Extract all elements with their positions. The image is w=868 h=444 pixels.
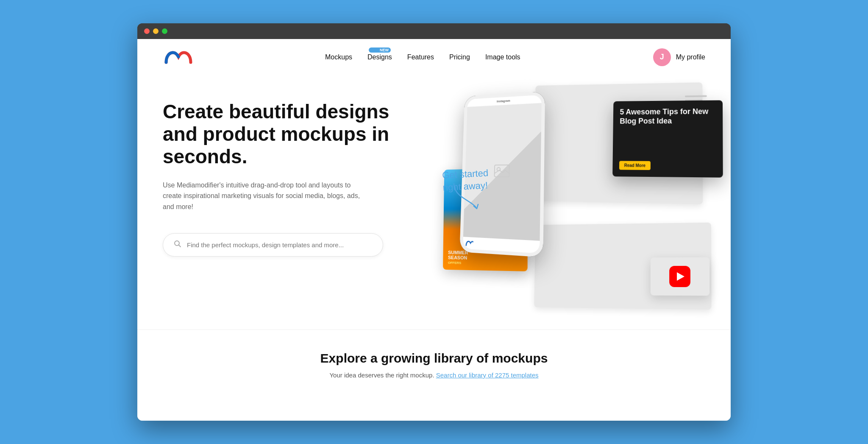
youtube-play-button[interactable] <box>669 266 690 287</box>
page: Mockups NEW Designs Features Pricing <box>137 39 731 421</box>
nav-links: Mockups NEW Designs Features Pricing <box>325 53 520 61</box>
browser-toolbar <box>137 23 731 39</box>
hero-subtitle: Use Mediamodifier's intuitive drag-and-d… <box>163 180 366 212</box>
nav-item-features[interactable]: Features <box>407 53 434 61</box>
nav-link-image-tools[interactable]: Image tools <box>485 53 520 61</box>
youtube-card <box>651 257 709 296</box>
blog-card: 5 Awesome Tips for New Blog Post Idea Re… <box>612 100 723 177</box>
get-started-callout: Get started right away! <box>442 168 489 193</box>
traffic-light-minimize[interactable] <box>153 28 159 34</box>
traffic-light-close[interactable] <box>144 28 150 34</box>
phone-logo-icon <box>465 240 473 247</box>
nav-link-features[interactable]: Features <box>407 53 434 61</box>
search-bar[interactable] <box>163 233 383 257</box>
summer-text-block: SUMMERSEASON OFFERS <box>448 250 468 265</box>
bottom-title: Explore a growing library of mockups <box>163 351 705 366</box>
hero-left: Create beautiful designs and product moc… <box>163 92 434 304</box>
nav-item-pricing[interactable]: Pricing <box>449 53 470 61</box>
bottom-section: Explore a growing library of mockups You… <box>137 330 731 396</box>
nav-link-mockups[interactable]: Mockups <box>325 53 352 61</box>
blog-card-button[interactable]: Read More <box>619 161 651 170</box>
search-icon <box>173 240 182 250</box>
template-search-link[interactable]: Search our library of 2275 templates <box>436 371 539 379</box>
svg-line-1 <box>179 245 181 247</box>
play-triangle <box>677 272 684 281</box>
traffic-light-maximize[interactable] <box>162 28 167 34</box>
nav-item-designs[interactable]: NEW Designs <box>367 53 392 61</box>
nav-link-designs[interactable]: Designs <box>367 53 392 61</box>
nav-item-image-tools[interactable]: Image tools <box>485 53 520 61</box>
summer-offers-text: OFFERS <box>448 261 468 265</box>
bottom-subtitle: Your idea deserves the right mockup. Sea… <box>163 371 705 379</box>
get-started-arrow <box>451 184 484 209</box>
nav-item-mockups[interactable]: Mockups <box>325 53 352 61</box>
browser-window: Mockups NEW Designs Features Pricing <box>137 23 731 421</box>
summer-title-text: SUMMERSEASON <box>448 250 468 260</box>
profile-name: My profile <box>676 53 705 61</box>
hero-right: Get started right away! <box>434 92 705 304</box>
navbar: Mockups NEW Designs Features Pricing <box>137 39 731 75</box>
new-dot <box>375 49 377 51</box>
svg-rect-2 <box>494 165 509 177</box>
profile-area[interactable]: J My profile <box>653 48 705 66</box>
hero-section: Create beautiful designs and product moc… <box>137 75 731 330</box>
hero-title: Create beautiful designs and product moc… <box>163 101 400 168</box>
search-input[interactable] <box>187 241 373 249</box>
avatar: J <box>653 48 671 66</box>
new-badge: NEW <box>369 47 391 53</box>
nav-link-pricing[interactable]: Pricing <box>449 53 470 61</box>
scrollbar-line-1 <box>685 95 707 98</box>
logo[interactable] <box>163 47 192 67</box>
browser-content: Mockups NEW Designs Features Pricing <box>137 39 731 421</box>
blog-card-title: 5 Awesome Tips for New Blog Post Idea <box>620 107 716 126</box>
